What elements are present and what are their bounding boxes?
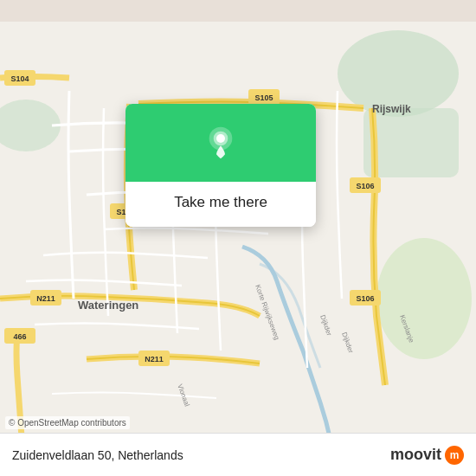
svg-text:S104: S104 — [10, 74, 29, 83]
popup-header — [125, 104, 316, 182]
svg-text:S106: S106 — [356, 182, 374, 190]
map-container: S104 S105 S105 S106 S106 N211 N211 466 W… — [0, 0, 476, 476]
map-attribution: © OpenStreetMap contributors — [5, 416, 130, 429]
svg-text:S105: S105 — [254, 93, 273, 102]
map-svg: S104 S105 S105 S106 S106 N211 N211 466 W… — [0, 0, 476, 476]
moovit-logo-dot: m — [445, 446, 464, 465]
svg-point-3 — [376, 238, 472, 359]
popup-card: Take me there — [125, 104, 316, 227]
take-me-there-button[interactable]: Take me there — [139, 190, 302, 215]
svg-text:Wateringen: Wateringen — [78, 299, 138, 312]
popup-button-area: Take me there — [125, 182, 316, 227]
location-pin-icon — [203, 125, 238, 160]
svg-point-30 — [216, 134, 225, 143]
svg-text:S106: S106 — [356, 294, 374, 303]
svg-text:Rijswijk: Rijswijk — [372, 103, 411, 115]
moovit-logo-text: moovit — [390, 446, 441, 464]
svg-text:N211: N211 — [36, 294, 55, 303]
bottom-bar: Zuidenveldlaan 50, Netherlands moovit m — [0, 433, 476, 476]
moovit-logo: moovit m — [390, 446, 464, 465]
svg-text:466: 466 — [13, 332, 26, 341]
address-label: Zuidenveldlaan 50, Netherlands — [12, 448, 183, 462]
svg-text:N211: N211 — [145, 355, 164, 363]
